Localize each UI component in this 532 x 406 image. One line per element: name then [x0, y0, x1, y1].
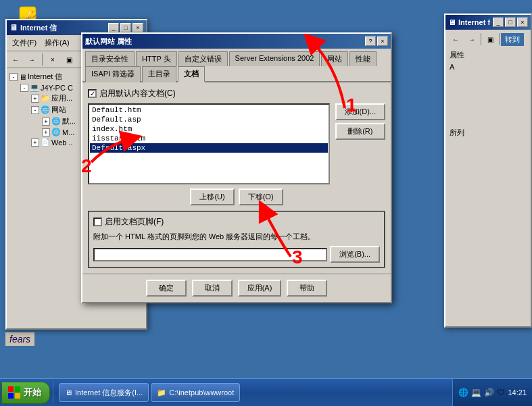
iis-maximize-btn[interactable]: □	[120, 23, 131, 32]
dialog-help-btn[interactable]: ?	[365, 36, 376, 46]
file-list[interactable]: Default.htm Default.asp index.htm iissta…	[88, 103, 330, 184]
toolbar-forward[interactable]: →	[24, 53, 39, 66]
bg2-properties-label: 属性	[448, 49, 528, 61]
file-item-1[interactable]: Default.asp	[90, 115, 328, 124]
enable-docs-checkbox[interactable]: ✓	[88, 89, 97, 98]
bg2-maximize[interactable]: □	[505, 18, 516, 27]
iis-controls: _ □ ×	[108, 23, 143, 32]
iis-close-btn[interactable]: ×	[132, 23, 143, 32]
taskbar-tasks: 🖥 Internet 信息服务(I... 📁 C:\inetpub\wwwroo…	[56, 383, 452, 402]
help-btn[interactable]: 帮助	[287, 280, 327, 297]
tab-performance[interactable]: 性能	[349, 51, 377, 66]
file-action-buttons: 添加(D)... 删除(R)	[335, 103, 385, 184]
enable-docs-row: ✓ 启用默认内容文档(C)	[88, 88, 385, 99]
svg-rect-8	[15, 393, 20, 399]
toolbar-refresh[interactable]: ▣	[62, 53, 76, 66]
cancel-btn[interactable]: 取消	[192, 280, 233, 297]
add-btn[interactable]: 添加(D)...	[335, 103, 385, 120]
tab-home-dir[interactable]: 主目录	[142, 66, 176, 82]
move-buttons: 上移(U) 下移(O)	[88, 188, 385, 205]
bg-window-2: 🖥 Internet f _ □ × ← → ▣ 转到 属性 A 所列	[444, 14, 532, 328]
bg2-goto-btn[interactable]: 转到	[501, 33, 524, 46]
tree-expand-m[interactable]: +	[42, 128, 50, 136]
enable-docs-label: 启用默认内容文档(C)	[99, 88, 176, 99]
taskbar-task-0[interactable]: 🖥 Internet 信息服务(I...	[59, 383, 149, 402]
tab-custom-errors[interactable]: 自定义错误	[178, 51, 228, 66]
dialog-titlebar[interactable]: 默认网站 属性 ? ×	[82, 34, 391, 49]
tab-website[interactable]: 网站	[321, 51, 348, 66]
start-label: 开始	[24, 386, 41, 399]
bg2-close[interactable]: ×	[517, 18, 528, 27]
taskbar-tray: 🌐 💻 🔊 🛡 14:21	[452, 379, 532, 406]
file-item-0[interactable]: Default.htm	[90, 105, 328, 115]
properties-dialog: 默认网站 属性 ? × 目录安全性 HTTP 头 自定义错误 Server Ex…	[81, 32, 392, 303]
start-button[interactable]: 开始	[1, 382, 50, 404]
iis-minimize-btn[interactable]: _	[108, 23, 119, 32]
footer-section-label: 启用文档页脚(F)	[105, 216, 164, 228]
footer-desc: 附加一个 HTML 格式的页脚到您的 Web 服务器返回的每一个工档。	[93, 232, 380, 242]
down-btn[interactable]: 下移(O)	[239, 188, 283, 205]
taskbar-task-1[interactable]: 📁 C:\inetpub\wwwroot	[151, 383, 240, 402]
bg2-titlebar[interactable]: 🖥 Internet f _ □ ×	[445, 15, 531, 30]
dialog-content: ✓ 启用默认内容文档(C) Default.htm Default.asp in…	[82, 82, 391, 274]
tree-expand-web[interactable]: -	[31, 106, 39, 114]
bg2-columns-label: 所列	[448, 126, 528, 139]
footer-section: 启用文档页脚(F) 附加一个 HTML 格式的页脚到您的 Web 服务器返回的每…	[88, 211, 385, 268]
fears-label: fears	[5, 332, 34, 346]
task-0-label: Internet 信息服务(I...	[75, 388, 143, 398]
toolbar-stop[interactable]: ×	[45, 53, 60, 66]
iis-title: 🖥 Internet 信	[9, 23, 57, 33]
svg-rect-5	[8, 386, 14, 392]
toolbar-back[interactable]: ←	[8, 53, 23, 66]
task-1-label: C:\inetpub\wwwroot	[169, 388, 234, 397]
tree-expand-j4y[interactable]: -	[20, 84, 28, 92]
tab-http-header[interactable]: HTTP 头	[136, 51, 177, 66]
bg2-value-a: A	[448, 61, 528, 72]
tray-icon-pc: 💻	[471, 388, 481, 397]
ok-btn[interactable]: 确定	[146, 280, 187, 297]
footer-path-input[interactable]	[93, 248, 327, 261]
windows-logo-icon	[7, 386, 21, 399]
bg2-forward[interactable]: →	[464, 32, 479, 46]
tree-expand-root[interactable]: -	[9, 73, 18, 81]
bg2-controls: _ □ ×	[493, 18, 528, 27]
tree-expand-default[interactable]: +	[42, 118, 50, 126]
menu-file[interactable]: 文件(F)	[8, 36, 41, 49]
tab-server-extensions[interactable]: Server Extensions 2002	[229, 51, 320, 66]
remove-btn[interactable]: 删除(R)	[335, 123, 385, 140]
tab-document[interactable]: 文档	[178, 66, 205, 82]
svg-rect-7	[8, 393, 14, 399]
browse-btn[interactable]: 浏览(B)...	[330, 246, 380, 263]
bg2-back[interactable]: ←	[448, 32, 463, 46]
dialog-close-btn[interactable]: ×	[377, 36, 388, 46]
tab-isapi[interactable]: ISAPI 筛选器	[85, 66, 141, 82]
taskbar-divider	[53, 382, 53, 403]
bg2-refresh[interactable]: ▣	[483, 32, 498, 46]
up-btn[interactable]: 上移(U)	[190, 188, 234, 205]
footer-checkbox[interactable]	[93, 218, 102, 226]
tray-icon-shield: 🛡	[497, 388, 505, 397]
svg-rect-6	[15, 386, 20, 392]
dialog-buttons: 确定 取消 应用(A) 帮助	[82, 274, 391, 302]
tab-dir-security[interactable]: 目录安全性	[85, 51, 135, 66]
tree-expand-app[interactable]: +	[31, 95, 39, 103]
footer-input-row: 浏览(B)...	[93, 246, 380, 263]
tray-icon-speaker: 🔊	[484, 388, 494, 397]
dialog-title: 默认网站 属性	[85, 36, 132, 47]
dialog-controls: ? ×	[365, 36, 388, 46]
menu-action[interactable]: 操作(A)	[41, 36, 74, 49]
bg2-title: 🖥 Internet f	[448, 18, 490, 26]
file-item-2[interactable]: index.htm	[90, 124, 328, 134]
tray-icon-network: 🌐	[458, 388, 468, 397]
file-item-4[interactable]: Default.aspx	[90, 143, 328, 153]
desktop: 🔑 安全配置向导 🖥 Internet 信 _ □ × 文件(F) 操作(A) …	[0, 0, 532, 378]
bg2-minimize[interactable]: _	[493, 18, 504, 27]
file-item-3[interactable]: iisstart.htm	[90, 134, 328, 143]
tree-expand-ws[interactable]: +	[31, 138, 39, 147]
tray-time: 14:21	[508, 388, 527, 397]
files-section: Default.htm Default.asp index.htm iissta…	[88, 103, 385, 184]
taskbar: 开始 🖥 Internet 信息服务(I... 📁 C:\inetpub\www…	[0, 378, 532, 406]
apply-btn[interactable]: 应用(A)	[238, 280, 282, 297]
tab-strip: 目录安全性 HTTP 头 自定义错误 Server Extensions 200…	[82, 49, 391, 82]
footer-checkbox-row: 启用文档页脚(F)	[93, 216, 380, 228]
